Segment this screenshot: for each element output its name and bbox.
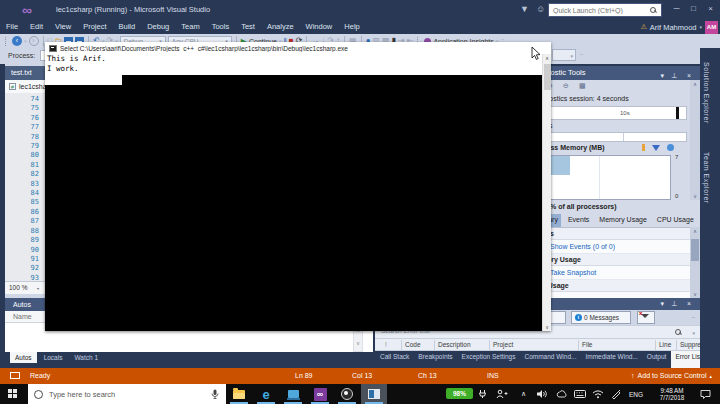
microphone-icon[interactable]	[211, 389, 219, 399]
legend-dot-icon	[667, 144, 674, 151]
taskbar-search-input[interactable]	[49, 390, 211, 399]
watch-tab[interactable]: Watch 1	[69, 352, 103, 363]
diagnostics-scrollbar[interactable]: ∧∨	[690, 80, 700, 200]
minimize-button[interactable]: ─	[668, 0, 685, 18]
column-header[interactable]: Description	[438, 341, 471, 348]
taskbar-edge[interactable]: e	[253, 384, 279, 404]
avatar[interactable]: AM	[705, 21, 718, 34]
thread-dropdown[interactable]: ▾	[552, 49, 576, 61]
console-window[interactable]: Select C:\Users\aarif\Documents\Projects…	[45, 42, 551, 331]
column-header[interactable]: Suppression State	[680, 341, 700, 348]
battery-indicator[interactable]: 98%	[446, 388, 473, 399]
reset-view-icon[interactable]: ▩	[579, 82, 586, 90]
menu-item[interactable]: Build	[113, 20, 142, 34]
action-center-icon[interactable]	[700, 389, 711, 399]
speaker-icon[interactable]	[537, 389, 548, 399]
menu-item[interactable]: Project	[77, 20, 112, 34]
send-feedback-icon[interactable]: ☺	[536, 4, 545, 14]
menu-item[interactable]: Window	[300, 20, 339, 34]
panel-tab[interactable]: Immediate Wind...	[581, 351, 641, 368]
scroll-thumb[interactable]	[544, 64, 551, 90]
close-button[interactable]: ×	[702, 0, 719, 18]
menu-item[interactable]: View	[49, 20, 77, 34]
toolbar-overflow-icon[interactable]: ..	[692, 313, 695, 319]
toolbar-overflow-icon[interactable]: ⁻	[580, 52, 583, 59]
panel-tab[interactable]: Output	[643, 351, 671, 368]
taskbar-search-box[interactable]	[28, 384, 226, 404]
menu-item[interactable]: Edit	[24, 20, 49, 34]
menu-item[interactable]: Tools	[206, 20, 236, 34]
events-track[interactable]	[527, 132, 687, 142]
line-number: 81	[5, 161, 39, 170]
console-titlebar[interactable]: Select C:\Users\aarif\Documents\Projects…	[45, 42, 551, 54]
toolbar-grip[interactable]	[5, 37, 8, 46]
zoom-level-dropdown[interactable]: 100 %	[9, 284, 45, 293]
menu-item[interactable]: Team	[175, 20, 205, 34]
language-indicator[interactable]: ENG	[629, 391, 643, 398]
navigate-back-icon[interactable]: ‹	[12, 36, 22, 46]
touch-keyboard-icon[interactable]	[574, 389, 586, 399]
menu-item[interactable]: Help	[338, 20, 365, 34]
add-to-source-control[interactable]: ↑ Add to Source Control ▴	[631, 372, 712, 379]
timeline-ruler[interactable]: 10s	[527, 106, 687, 120]
panel-tab[interactable]: Exception Settings	[458, 351, 520, 368]
console-output[interactable]: This is Arif. I work.	[45, 54, 542, 331]
panel-tab[interactable]: Breakpoints	[414, 351, 456, 368]
menu-item[interactable]: File	[0, 20, 24, 34]
navigate-forward-icon[interactable]: ›	[29, 36, 39, 46]
taskbar-file-explorer[interactable]	[226, 384, 252, 404]
start-button[interactable]	[8, 389, 18, 399]
watch-tab[interactable]: Locals	[39, 352, 68, 363]
column-header[interactable]: Line	[659, 341, 671, 348]
taskbar-visual-studio[interactable]: ∞	[307, 384, 333, 404]
scroll-up-arrow[interactable]: ∧	[543, 55, 551, 61]
onedrive-cloud-icon[interactable]	[556, 389, 568, 399]
panel-tab[interactable]: Command Wind...	[520, 351, 580, 368]
mouse-cursor	[531, 47, 542, 60]
console-scrollbar[interactable]: ∧ ∨	[542, 54, 551, 331]
sidebar-tab-solution-explorer[interactable]: Solution Explorer	[703, 62, 710, 124]
line-number-gutter: 7475767778798081828384858687888990919293	[5, 93, 46, 281]
account-area[interactable]: ⚠ Arif Mahmood ▾ AM	[641, 20, 718, 34]
tab-memory-usage[interactable]: Memory Usage	[596, 214, 649, 227]
clock[interactable]: 9:48 AM 7/7/2018	[650, 387, 694, 401]
maximize-button[interactable]: □	[685, 0, 702, 18]
clear-filter-button[interactable]	[637, 311, 655, 324]
account-name[interactable]: Arif Mahmood	[650, 23, 697, 32]
status-character: Ch 13	[418, 372, 437, 379]
taskbar-laptop-app[interactable]	[280, 384, 306, 404]
menu-item[interactable]: Debug	[141, 20, 175, 34]
tab-autos[interactable]: Autos	[10, 352, 37, 363]
pen-icon[interactable]	[611, 389, 621, 399]
column-header[interactable]: Code	[405, 341, 421, 348]
chevron-down-icon[interactable]: ▾	[692, 330, 695, 336]
chevron-down-icon[interactable]: ▾	[24, 38, 27, 44]
summary-scrollbar[interactable]: ∧∨	[690, 227, 700, 298]
taskbar-active-app[interactable]	[361, 384, 387, 404]
zoom-out-icon[interactable]: ⊖	[563, 82, 569, 90]
feedback-filter-icon[interactable]: ▼	[520, 4, 529, 14]
quick-launch-input[interactable]	[549, 7, 650, 14]
tab-cpu-usage[interactable]: CPU Usage	[654, 214, 697, 227]
column-header[interactable]: File	[582, 341, 592, 348]
quick-launch-box[interactable]	[548, 3, 662, 17]
tab-events[interactable]: Events	[565, 214, 592, 227]
pin-icon[interactable]: ⊥	[671, 300, 677, 308]
taskbar-obs[interactable]	[334, 384, 360, 404]
gc-marker-icon[interactable]	[652, 145, 660, 151]
wifi-icon[interactable]	[592, 389, 604, 399]
menu-item[interactable]: Test	[235, 20, 261, 34]
people-icon[interactable]	[496, 389, 508, 399]
chevron-down-icon: ▾	[699, 24, 702, 30]
menu-item[interactable]: Analyze	[261, 20, 300, 34]
window-position-icon[interactable]: ▾	[660, 300, 664, 308]
panel-tab[interactable]: Call Stack	[376, 351, 413, 368]
close-icon[interactable]: ×	[687, 300, 691, 307]
sidebar-tab-team-explorer[interactable]: Team Explorer	[703, 152, 710, 204]
snapshot-marker-icon[interactable]	[642, 144, 645, 151]
severity-column-icon[interactable]: !	[385, 341, 387, 348]
column-header[interactable]: Project	[493, 341, 513, 348]
show-hidden-icons-chevron[interactable]: ∧	[521, 390, 526, 398]
messages-filter-button[interactable]: i 0 Messages	[571, 311, 631, 324]
scroll-down-arrow[interactable]: ∨	[543, 324, 551, 330]
